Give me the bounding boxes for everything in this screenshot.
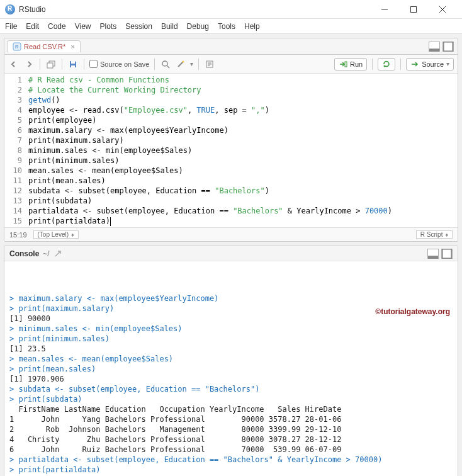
svg-rect-1 — [411, 6, 417, 12]
menu-session[interactable]: Session — [125, 22, 152, 31]
file-tab[interactable]: R Read CSV.R* × — [7, 40, 81, 52]
window-controls — [370, 0, 457, 19]
find-icon[interactable] — [160, 59, 171, 70]
menubar: File Edit Code View Plots Session Build … — [0, 19, 462, 34]
svg-text:R: R — [15, 44, 19, 50]
tab-close-icon[interactable]: × — [70, 43, 74, 50]
console-title: Console — [9, 249, 39, 258]
code-line[interactable]: print(mean.sales) — [28, 176, 458, 186]
code-line[interactable]: minimum.sales <- min(employee$Sales) — [28, 145, 458, 156]
console-path: ~/ — [43, 249, 49, 258]
svg-rect-10 — [71, 61, 75, 64]
run-button[interactable]: Run — [334, 58, 367, 71]
close-button[interactable] — [428, 0, 457, 19]
menu-tools[interactable]: Tools — [218, 22, 235, 31]
code-line[interactable]: print(maximum.salary) — [28, 135, 458, 145]
maximize-console-icon[interactable] — [441, 249, 453, 259]
code-line[interactable]: partialdata <- subset(employee, Educatio… — [28, 206, 458, 216]
menu-plots[interactable]: Plots — [100, 22, 117, 31]
cursor-position: 15:19 — [9, 231, 27, 239]
language-label: R Script — [420, 231, 443, 238]
code-line[interactable]: mean.sales <- mean(employee$Sales) — [28, 166, 458, 176]
console-line: 4 Christy Zhu Bachelors Professional 800… — [9, 434, 453, 445]
line-number: 8 — [4, 145, 22, 156]
wand-icon[interactable] — [175, 59, 186, 70]
menu-view[interactable]: View — [75, 22, 91, 31]
menu-edit[interactable]: Edit — [26, 22, 39, 31]
source-pane: R Read CSV.R* × Source on Save ▾ Ru — [4, 38, 458, 242]
line-gutter: 123456789101112131415 — [4, 75, 28, 226]
minimize-button[interactable] — [370, 0, 399, 19]
forward-icon[interactable] — [23, 59, 35, 70]
tab-filename: Read CSV.R* — [24, 43, 65, 50]
console-line: > minimum.sales <- min(employee$Sales) — [9, 324, 453, 334]
code-editor[interactable]: 123456789101112131415 # R Read csv - Com… — [4, 74, 458, 227]
code-lines[interactable]: # R Read csv - Common Functions# Locate … — [28, 75, 458, 226]
menu-file[interactable]: File — [5, 22, 17, 31]
menu-help[interactable]: Help — [244, 22, 260, 31]
window-titlebar: RStudio — [0, 0, 462, 19]
scope-selector[interactable]: (Top Level) ♦ — [33, 230, 79, 239]
line-number: 12 — [4, 186, 22, 196]
line-number: 10 — [4, 166, 22, 176]
back-icon[interactable] — [8, 59, 20, 70]
line-number: 1 — [4, 75, 22, 85]
code-line[interactable]: print(subdata) — [28, 196, 458, 206]
source-button[interactable]: Source ▾ — [406, 58, 454, 71]
menu-build[interactable]: Build — [161, 22, 178, 31]
console-pane: Console ~/ ©tutorialgateway.org > maximu… — [4, 246, 458, 476]
svg-rect-6 — [429, 48, 439, 52]
svg-rect-22 — [442, 249, 451, 258]
console-line: > print(partialdata) — [9, 465, 453, 475]
code-line[interactable]: # R Read csv - Common Functions — [28, 75, 458, 85]
svg-point-12 — [162, 61, 167, 66]
watermark: ©tutorialgateway.org — [375, 307, 450, 317]
language-selector[interactable]: R Script ♦ — [416, 230, 453, 239]
menu-code[interactable]: Code — [48, 22, 66, 31]
source-on-save-checkbox[interactable]: Source on Save — [89, 60, 149, 68]
code-line[interactable]: employee <- read.csv("Employee.csv", TRU… — [28, 105, 458, 115]
maximize-pane-icon[interactable] — [442, 42, 454, 52]
source-toolbar: Source on Save ▾ Run Source ▾ — [4, 55, 458, 74]
console-line: 6 John Ruiz Bachelors Professional 70000… — [9, 445, 453, 455]
console-output[interactable]: ©tutorialgateway.org > maximum.salary <-… — [4, 261, 458, 476]
show-in-new-window-icon[interactable] — [45, 59, 57, 70]
line-number: 9 — [4, 156, 22, 166]
line-number: 15 — [4, 216, 22, 226]
code-line[interactable]: getwd() — [28, 95, 458, 105]
rstudio-icon — [5, 4, 15, 14]
console-popout-icon[interactable] — [52, 248, 64, 259]
source-label: Source — [422, 60, 444, 68]
window-title: RStudio — [19, 5, 370, 14]
line-number: 4 — [4, 105, 22, 115]
svg-line-14 — [178, 62, 183, 67]
code-line[interactable]: print(employee) — [28, 115, 458, 125]
compile-report-icon[interactable] — [204, 59, 215, 70]
svg-point-15 — [183, 60, 184, 62]
code-line[interactable]: print(partialdata) — [28, 216, 458, 226]
code-line[interactable]: subdata <- subset(employee, Education ==… — [28, 186, 458, 196]
source-statusbar: 15:19 (Top Level) ♦ R Script ♦ — [4, 227, 458, 241]
r-file-icon: R — [13, 42, 21, 51]
source-on-save-label: Source on Save — [100, 60, 149, 68]
console-header: Console ~/ — [4, 246, 458, 261]
save-icon[interactable] — [67, 59, 79, 70]
console-line: 1 John Yang Bachelors Professional 90000… — [9, 414, 453, 424]
source-on-save-input[interactable] — [89, 60, 98, 68]
console-line: [1] 1970.906 — [9, 374, 453, 384]
line-number: 6 — [4, 125, 22, 135]
svg-rect-21 — [428, 256, 438, 259]
maximize-button[interactable] — [399, 0, 428, 19]
code-line[interactable]: maximum.salary <- max(employee$YearlyInc… — [28, 125, 458, 135]
minimize-pane-icon[interactable] — [429, 42, 440, 52]
code-line[interactable]: print(minimum.sales) — [28, 156, 458, 166]
code-line[interactable]: # Locate the Current Working Directory — [28, 85, 458, 95]
minimize-console-icon[interactable] — [427, 249, 439, 259]
scope-label: (Top Level) — [38, 231, 69, 238]
rerun-button[interactable] — [378, 58, 395, 71]
console-line: > partialdata <- subset(employee, Educat… — [9, 455, 453, 465]
console-line: > mean.sales <- mean(employee$Sales) — [9, 354, 453, 364]
line-number: 5 — [4, 115, 22, 125]
console-line: 2 Rob Johnson Bachelors Management 80000… — [9, 424, 453, 434]
menu-debug[interactable]: Debug — [187, 22, 209, 31]
